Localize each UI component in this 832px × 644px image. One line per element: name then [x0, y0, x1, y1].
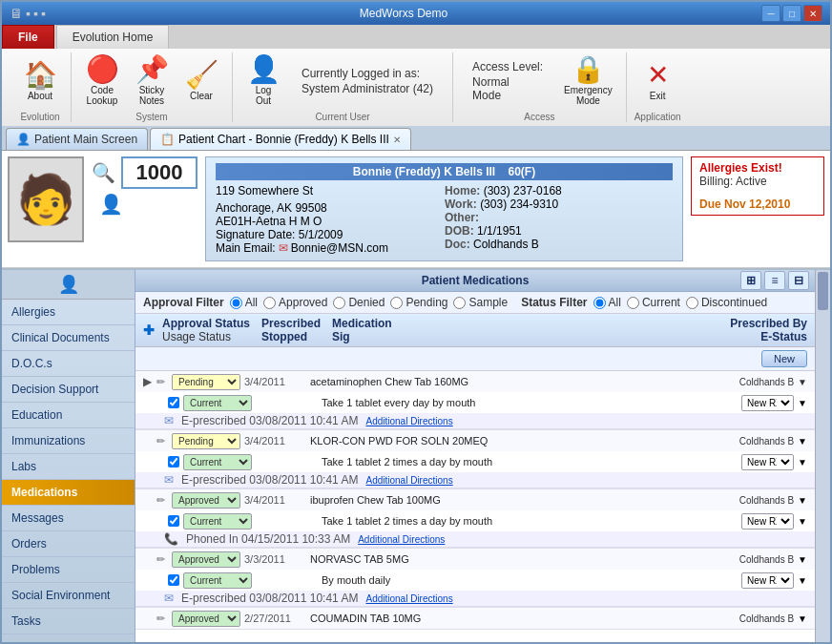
- evolution-home-tab[interactable]: Evolution Home: [56, 25, 170, 49]
- med-1-checkbox[interactable]: [168, 397, 179, 408]
- med-5-approval-select[interactable]: ApprovedPendingDenied: [172, 611, 240, 627]
- med-1-eprescribed-row: ✉ E-prescribed 03/08/2011 10:41 AM Addit…: [135, 413, 815, 429]
- med-view-icon2[interactable]: ≡: [764, 271, 785, 290]
- status-current-radio[interactable]: [627, 297, 639, 309]
- maximize-button[interactable]: □: [782, 5, 801, 22]
- sidebar-item-docs[interactable]: D.O.C.s: [2, 351, 135, 377]
- med-1-additional-dir[interactable]: Additional Directions: [365, 416, 452, 426]
- approval-filter-denied[interactable]: Denied: [333, 296, 385, 309]
- title-toolbar-icon1[interactable]: ▪: [26, 6, 31, 21]
- med-4-prescriber-dropdown-icon[interactable]: ▼: [798, 554, 807, 565]
- med-4-checkbox[interactable]: [168, 574, 179, 586]
- emergency-mode-button[interactable]: 🔒 EmergencyMode: [558, 52, 618, 110]
- clear-button[interactable]: 🧹 Clear: [178, 58, 224, 105]
- med-2-edit-icon[interactable]: ✏: [156, 435, 168, 447]
- medications-panel: Patient Medications ⊞ ≡ ⊟ Approval Filte…: [135, 270, 815, 642]
- log-out-button[interactable]: 👤 LogOut: [240, 52, 286, 110]
- med-2-eprescribed-text: E-prescribed 03/08/2011 10:41 AM: [181, 473, 358, 487]
- sidebar-item-vitals[interactable]: Vitals: [2, 634, 135, 642]
- med-2-usage-select[interactable]: CurrentDiscontinued: [183, 454, 252, 470]
- med-view-icon1[interactable]: ⊞: [740, 271, 761, 290]
- approval-filter-pending[interactable]: Pending: [390, 296, 447, 309]
- med-2-estatus-dropdown-icon[interactable]: ▼: [798, 457, 807, 467]
- approval-filter-all[interactable]: All: [230, 296, 258, 309]
- med-2-checkbox[interactable]: [168, 456, 179, 467]
- ribbon: File Evolution Home 🏠 About Evolution 🔴: [2, 25, 830, 126]
- approval-approved-radio[interactable]: [263, 297, 276, 309]
- file-tab[interactable]: File: [2, 25, 54, 49]
- approval-filter-approved[interactable]: Approved: [263, 296, 327, 309]
- patient-main-tab[interactable]: 👤 Patient Main Screen: [6, 128, 148, 150]
- med-3-checkbox[interactable]: [168, 515, 179, 527]
- med-3-usage-select[interactable]: CurrentDiscontinued: [183, 513, 252, 530]
- sidebar-item-medications[interactable]: Medications: [2, 480, 135, 506]
- sidebar-item-clinical-docs[interactable]: Clinical Documents: [2, 325, 135, 351]
- status-discontinued-radio[interactable]: [686, 297, 698, 309]
- med-4-additional-dir[interactable]: Additional Directions: [365, 593, 452, 604]
- status-filter-all[interactable]: All: [593, 296, 621, 309]
- about-icon: 🏠: [24, 62, 57, 89]
- med-2-estatus-select[interactable]: New RX: [741, 454, 794, 470]
- code-lookup-button[interactable]: 🔴 CodeLookup: [79, 52, 125, 110]
- sidebar-item-social-env[interactable]: Social Environment: [2, 583, 135, 609]
- approval-filter-sample[interactable]: Sample: [453, 296, 508, 309]
- work-phone: (303) 234-9310: [480, 197, 558, 211]
- med-4-usage-select[interactable]: CurrentDiscontinued: [183, 572, 252, 589]
- med-4-approval-select[interactable]: ApprovedPendingDenied: [172, 551, 240, 568]
- med-1-arrow: ▶: [143, 375, 153, 388]
- about-button[interactable]: 🏠 About: [17, 58, 63, 105]
- med-1-usage-select[interactable]: CurrentDiscontinued: [183, 395, 252, 411]
- med-3-approval-select[interactable]: ApprovedPendingDenied: [172, 492, 240, 509]
- med-3-estatus-dropdown-icon[interactable]: ▼: [798, 516, 807, 527]
- ribbon-group-evolution: 🏠 About Evolution: [10, 52, 72, 122]
- status-filter-current[interactable]: Current: [627, 296, 680, 309]
- status-filter-discontinued[interactable]: Discontinued: [686, 296, 767, 309]
- sidebar-item-decision-support[interactable]: Decision Support: [2, 377, 135, 403]
- sidebar-item-immunizations[interactable]: Immunizations: [2, 428, 135, 454]
- med-3-edit-icon[interactable]: ✏: [156, 494, 168, 507]
- status-all-radio[interactable]: [593, 297, 606, 309]
- sidebar-item-problems[interactable]: Problems: [2, 557, 135, 583]
- sidebar-item-labs[interactable]: Labs: [2, 454, 135, 480]
- med-2-additional-dir[interactable]: Additional Directions: [365, 475, 452, 486]
- med-3-estatus-select[interactable]: New RX: [741, 513, 794, 530]
- ribbon-group-current-user: 👤 LogOut Currently Logged in as: System …: [233, 52, 453, 122]
- tab-bar: 👤 Patient Main Screen 📋 Patient Chart - …: [2, 126, 830, 151]
- add-medication-button[interactable]: ✚: [143, 322, 155, 338]
- sidebar-item-education[interactable]: Education: [2, 403, 135, 428]
- minimize-button[interactable]: ─: [761, 5, 780, 22]
- approval-denied-radio[interactable]: [333, 297, 345, 309]
- med-1-estatus-dropdown-icon[interactable]: ▼: [798, 398, 807, 408]
- exit-button[interactable]: ✕ Exit: [634, 58, 680, 105]
- med-4-estatus-select[interactable]: New RX: [741, 572, 794, 589]
- med-view-icon3[interactable]: ⊟: [788, 271, 809, 290]
- sidebar-item-messages[interactable]: Messages: [2, 506, 135, 531]
- patient-chart-tab-close[interactable]: ✕: [393, 135, 401, 145]
- med-5-edit-icon[interactable]: ✏: [156, 613, 168, 625]
- med-1-prescriber-dropdown-icon[interactable]: ▼: [798, 377, 807, 387]
- med-1-approval-select[interactable]: PendingApprovedDenied: [172, 374, 240, 390]
- new-medication-button[interactable]: New: [761, 350, 807, 367]
- close-button[interactable]: ✕: [803, 5, 822, 22]
- med-2-prescriber-dropdown-icon[interactable]: ▼: [798, 436, 807, 447]
- med-3-additional-dir[interactable]: Additional Directions: [358, 534, 445, 545]
- magnify-icon[interactable]: 🔍: [92, 161, 115, 184]
- approval-all-radio[interactable]: [230, 297, 242, 309]
- med-1-estatus-select[interactable]: New RX: [741, 395, 794, 411]
- med-1-edit-icon[interactable]: ✏: [156, 376, 168, 388]
- title-toolbar-icon2[interactable]: ▪: [33, 6, 38, 21]
- med-3-name: ibuprofen Chew Tab 100MG: [310, 494, 704, 506]
- patient-chart-tab[interactable]: 📋 Patient Chart - Bonnie (Freddy) K Bell…: [150, 128, 411, 150]
- med-2-approval-select[interactable]: PendingApprovedDenied: [172, 433, 240, 449]
- approval-pending-radio[interactable]: [390, 297, 403, 309]
- sidebar-item-allergies[interactable]: Allergies: [2, 300, 135, 325]
- sidebar-item-tasks[interactable]: Tasks: [2, 609, 135, 634]
- med-3-prescriber-dropdown-icon[interactable]: ▼: [798, 495, 807, 506]
- approval-sample-radio[interactable]: [453, 297, 466, 309]
- right-scrollbar[interactable]: [815, 270, 830, 642]
- sticky-notes-button[interactable]: 📌 StickyNotes: [129, 52, 175, 110]
- sidebar-item-orders[interactable]: Orders: [2, 531, 135, 557]
- med-5-prescriber-dropdown-icon[interactable]: ▼: [798, 613, 807, 624]
- med-4-edit-icon[interactable]: ✏: [156, 553, 168, 566]
- med-4-estatus-dropdown-icon[interactable]: ▼: [798, 575, 807, 586]
